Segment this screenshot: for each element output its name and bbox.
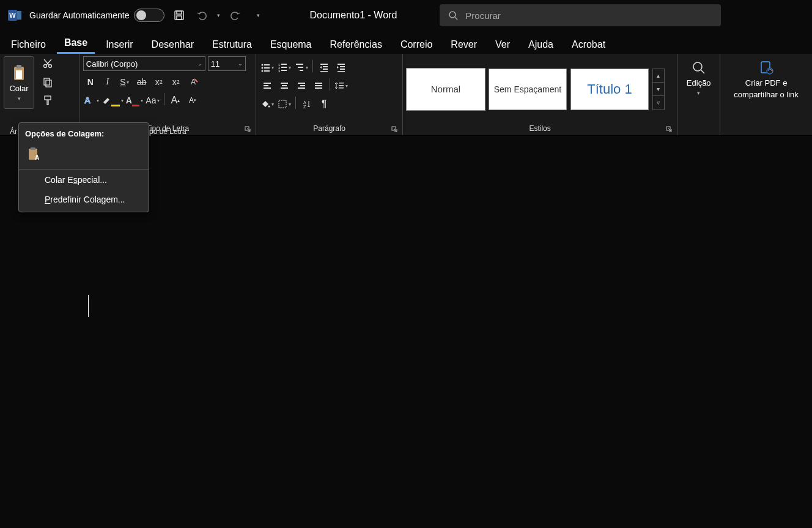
tab-acrobat[interactable]: Acrobat — [564, 35, 613, 54]
find-icon — [691, 60, 707, 76]
numbering-button[interactable]: 123▾ — [277, 60, 292, 75]
svg-rect-51 — [298, 83, 305, 84]
redo-button[interactable] — [226, 7, 243, 24]
undo-button[interactable] — [194, 7, 211, 24]
shading-button[interactable]: ▾ — [260, 97, 275, 111]
svg-text:A: A — [84, 95, 90, 105]
clipboard-group-label-fragment: Ár — [10, 127, 17, 136]
font-name-combo[interactable]: Calibri (Corpo) ⌄ — [83, 56, 205, 71]
paste-options-menu: Opções de Colagem: A Colar Especial... P… — [18, 122, 149, 212]
tab-desenhar[interactable]: Desenhar — [144, 35, 201, 54]
create-pdf-button[interactable]: Criar PDF e compartilhar o link — [724, 56, 808, 103]
svg-text:A: A — [303, 100, 306, 105]
align-right-button[interactable] — [294, 78, 309, 93]
styles-gallery: Normal Sem Espaçament Título 1 — [407, 69, 649, 110]
align-left-icon — [262, 81, 272, 91]
qat-customize-button[interactable]: ▾ — [249, 7, 267, 24]
svg-rect-17 — [45, 96, 51, 100]
svg-point-11 — [44, 65, 47, 68]
tab-referencias[interactable]: Referências — [323, 35, 389, 54]
justify-button[interactable] — [311, 78, 326, 93]
save-button[interactable] — [171, 7, 188, 24]
shrink-font-button[interactable]: A▾ — [185, 93, 200, 108]
tab-estrutura[interactable]: Estrutura — [205, 35, 259, 54]
styles-launcher[interactable] — [665, 125, 673, 133]
scissors-icon — [42, 58, 53, 69]
align-left-button[interactable] — [260, 78, 275, 93]
paste-keep-text-only-button[interactable]: A — [25, 146, 42, 163]
paragraph-group-label: Parágrafo — [313, 124, 345, 133]
align-center-button[interactable] — [277, 78, 292, 93]
tab-inserir[interactable]: Inserir — [98, 35, 140, 54]
svg-rect-47 — [264, 87, 271, 89]
underline-button[interactable]: S▾ — [117, 75, 132, 89]
tab-correio[interactable]: Correio — [393, 35, 440, 54]
highlight-button[interactable]: ▾ — [102, 93, 124, 108]
change-case-button[interactable]: Aa▾ — [146, 93, 160, 108]
format-painter-button[interactable] — [39, 93, 56, 108]
document-title: Documento1 - Word — [309, 10, 397, 21]
superscript-button[interactable]: x2 — [169, 75, 183, 89]
font-color-button[interactable]: A ▾ — [126, 93, 143, 108]
chevron-down-icon[interactable]: ▾ — [697, 90, 700, 96]
search-placeholder: Procurar — [465, 10, 501, 21]
tab-ajuda[interactable]: Ajuda — [521, 35, 561, 54]
tab-ficheiro[interactable]: Ficheiro — [4, 35, 53, 54]
autosave-label: Guardar Automaticamente — [29, 10, 129, 20]
chevron-down-icon: ▾ — [18, 95, 21, 102]
svg-rect-37 — [320, 64, 328, 65]
style-titulo1[interactable]: Título 1 — [570, 69, 649, 110]
grow-font-button[interactable]: A▴ — [168, 93, 183, 108]
paste-special-item[interactable]: Colar Especial... — [19, 170, 149, 190]
paste-button[interactable]: Colar ▾ — [4, 56, 34, 109]
tab-base[interactable]: Base — [57, 34, 95, 54]
show-marks-button[interactable]: ¶ — [317, 97, 331, 111]
style-no-spacing[interactable]: Sem Espaçament — [489, 69, 567, 110]
styles-scroll-down[interactable]: ▾ — [653, 83, 664, 96]
borders-button[interactable]: ▾ — [277, 97, 292, 111]
svg-rect-49 — [282, 85, 287, 86]
text-effects-button[interactable]: A▾ — [83, 93, 99, 108]
styles-expand[interactable]: ▿ — [653, 96, 664, 110]
word-app-icon: W — [6, 7, 23, 24]
increase-indent-button[interactable] — [334, 60, 349, 75]
borders-icon — [278, 99, 287, 109]
undo-dropdown-icon[interactable]: ▾ — [217, 12, 220, 18]
svg-text:W: W — [9, 12, 16, 19]
clear-formatting-button[interactable]: A — [186, 75, 201, 89]
line-spacing-button[interactable]: ▾ — [334, 78, 349, 93]
font-launcher[interactable] — [243, 125, 252, 133]
decrease-indent-button[interactable] — [317, 60, 331, 75]
tab-rever[interactable]: Rever — [443, 35, 484, 54]
svg-rect-56 — [315, 87, 322, 89]
autosave-toggle[interactable] — [134, 9, 164, 22]
search-box[interactable]: Procurar — [440, 4, 721, 26]
tab-esquema[interactable]: Esquema — [263, 35, 319, 54]
multilevel-list-button[interactable]: ▾ — [294, 60, 309, 75]
svg-point-6 — [449, 12, 456, 18]
font-size-combo[interactable]: 11 ⌄ — [208, 56, 246, 71]
styles-scroll-up[interactable]: ▴ — [653, 69, 664, 83]
align-center-icon — [279, 81, 289, 91]
text-effects-icon: A — [83, 95, 95, 106]
set-default-paste-item[interactable]: Predefinir Colagem... — [19, 190, 149, 209]
editing-label[interactable]: Edição — [687, 78, 711, 87]
sort-button[interactable]: AZ — [300, 97, 314, 111]
paragraph-launcher[interactable] — [390, 125, 399, 133]
svg-rect-54 — [315, 83, 322, 84]
cut-button[interactable] — [39, 56, 56, 71]
svg-rect-55 — [315, 85, 322, 86]
align-right-icon — [297, 81, 306, 91]
svg-rect-38 — [323, 66, 328, 67]
italic-button[interactable]: I — [100, 75, 115, 89]
svg-point-22 — [262, 64, 264, 66]
tab-ver[interactable]: Ver — [488, 35, 517, 54]
subscript-button[interactable]: x2 — [152, 75, 166, 89]
svg-rect-36 — [300, 70, 303, 71]
bullets-button[interactable]: ▾ — [260, 60, 275, 75]
strikethrough-button[interactable]: ab — [135, 75, 149, 89]
copy-button[interactable] — [39, 75, 56, 89]
bold-button[interactable]: N — [83, 75, 98, 89]
paste-options-header: Opções de Colagem: — [19, 125, 149, 142]
style-normal[interactable]: Normal — [407, 69, 485, 110]
